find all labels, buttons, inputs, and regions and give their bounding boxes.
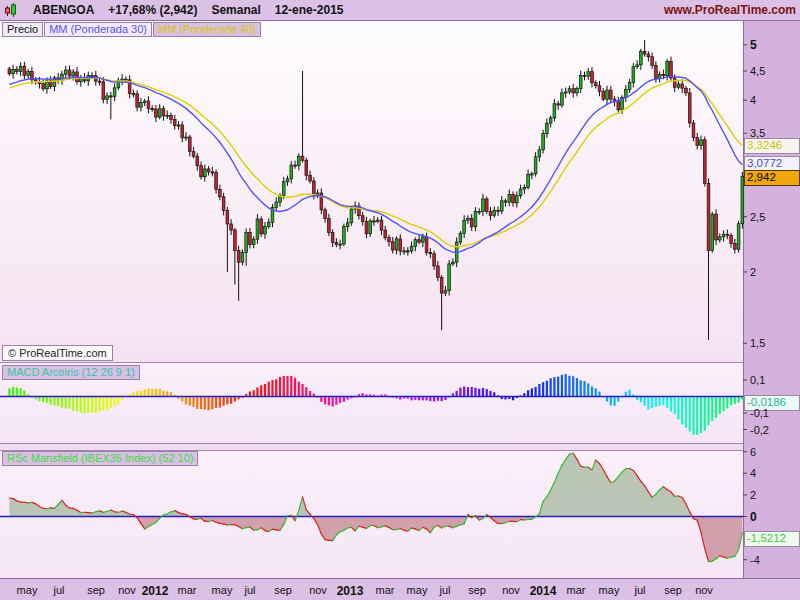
rsc-panel-title[interactable]: RSc Mansfield (IBEX35 Index) (52 10)	[2, 451, 198, 466]
y-axis-tick-label: 1,5	[750, 337, 765, 349]
x-axis-tick-label: jul	[244, 584, 255, 596]
y-axis-tick-label: 4	[750, 467, 756, 479]
symbol-name: ABENGOA	[33, 3, 94, 17]
x-axis-tick-label: mar	[178, 584, 197, 596]
x-axis-tick-label: may	[407, 584, 428, 596]
x-axis-tick-label: jul	[634, 584, 645, 596]
y-axis-tick-label: 0,1	[750, 374, 765, 386]
x-axis-tick-label: jul	[439, 584, 450, 596]
candlestick-icon	[4, 2, 19, 18]
date-label: 12-ene-2015	[275, 3, 344, 17]
last-price-chip: 2,942	[744, 170, 800, 186]
x-axis-tick-label: 2012	[142, 584, 169, 598]
x-axis-tick-label: may	[17, 584, 38, 596]
x-axis-tick-label: nov	[502, 584, 520, 596]
x-axis-tick-label: sep	[87, 584, 105, 596]
y-axis-tick-label: 2	[750, 266, 756, 278]
legend-ma40-chip[interactable]: MM (Ponderada 40)	[153, 22, 261, 37]
legend-ma30-chip[interactable]: MM (Ponderada 30)	[44, 22, 152, 37]
legend-price-chip[interactable]: Precio	[2, 22, 43, 37]
x-axis-tick-label: jul	[53, 584, 64, 596]
x-axis-tick-label: sep	[664, 584, 682, 596]
y-axis-tick-label: 6	[750, 446, 756, 458]
prorealtime-chart-window: ABENGOA +17,68% (2,942) Semanal 12-ene-2…	[0, 0, 800, 600]
x-axis-tick-label: sep	[468, 584, 486, 596]
rsc-value-chip: -1,5212	[744, 531, 800, 547]
y-axis-tick-label: 2,5	[750, 211, 765, 223]
copyright-watermark: © ProRealTime.com	[2, 345, 113, 361]
site-watermark: www.ProRealTime.com	[664, 3, 800, 17]
x-axis-tick-label: may	[599, 584, 620, 596]
rsc-panel[interactable]	[0, 451, 743, 578]
price-legend: Precio MM (Ponderada 30) MM (Ponderada 4…	[2, 22, 261, 37]
panel-separator	[0, 443, 743, 451]
title-bar: ABENGOA +17,68% (2,942) Semanal 12-ene-2…	[0, 0, 800, 21]
y-axis-tick-label: 2	[750, 489, 756, 501]
y-axis-tick-label: 5	[750, 38, 757, 52]
y-axis-tick-label: 4,5	[750, 65, 765, 77]
y-axis-tick-label: -0,2	[750, 424, 769, 436]
ma40-value-chip: 3,3246	[744, 138, 800, 154]
x-axis-tick-label: sep	[274, 584, 292, 596]
x-axis-tick-label: mar	[567, 584, 586, 596]
x-axis-tick-label: 2013	[337, 584, 364, 598]
y-axis-tick-label: -0,1	[750, 407, 769, 419]
y-axis-tick-label: 0	[750, 510, 757, 524]
y-axis-tick-label: 4	[750, 94, 756, 106]
y-axis-tick-label: -4	[750, 554, 760, 566]
y-axis-tick-label: 3,5	[750, 127, 765, 139]
price-change: +17,68% (2,942)	[108, 3, 197, 17]
macd-panel-title[interactable]: MACD Arcoiris (12 26 9 1)	[2, 365, 140, 380]
timeframe-label: Semanal	[211, 3, 260, 17]
x-axis-tick-label: nov	[309, 584, 327, 596]
x-axis-tick-label: 2014	[530, 584, 557, 598]
x-axis-tick-label: nov	[695, 584, 713, 596]
x-axis-tick-label: may	[212, 584, 233, 596]
x-axis-tick-label: nov	[118, 584, 136, 596]
price-panel[interactable]	[0, 21, 743, 362]
x-axis-tick-label: mar	[376, 584, 395, 596]
